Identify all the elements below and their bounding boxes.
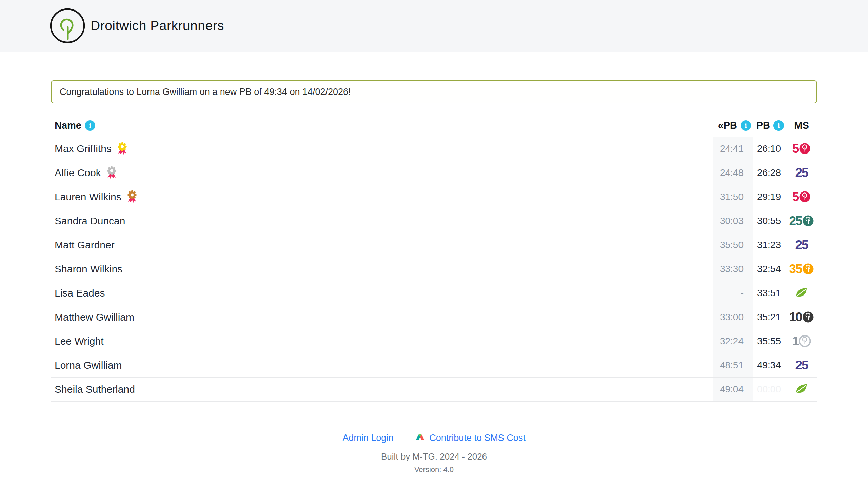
page-title: Droitwich Parkrunners	[91, 18, 224, 33]
version-text: Version: 4.0	[51, 465, 817, 474]
pb-time: 32:54	[753, 257, 786, 281]
milestone-badge	[795, 383, 808, 394]
prev-pb-time: -	[713, 281, 753, 305]
prev-pb-time: 33:30	[713, 257, 753, 281]
runner-rows: Max Griffiths24:4126:105Alfie Cook24:482…	[51, 137, 817, 401]
runner-name: Matthew Gwilliam	[55, 311, 134, 323]
prev-pb-time: 33:00	[713, 305, 753, 329]
gold-medal-icon	[117, 142, 127, 155]
prev-pb-time: 49:04	[713, 377, 753, 401]
table-row: Matthew Gwilliam33:0035:2110	[51, 305, 817, 329]
milestone-badge: 5	[792, 142, 811, 155]
contribute-sms-link[interactable]: Contribute to SMS Cost	[415, 433, 526, 443]
table-row: Alfie Cook24:4826:2825	[51, 161, 817, 185]
congratulations-banner: Congratulations to Lorna Gwilliam on a n…	[51, 80, 817, 103]
leaf-icon	[795, 383, 808, 394]
runner-name: Max Griffiths	[55, 143, 112, 155]
table-row: Lauren Wilkins31:5029:195	[51, 185, 817, 209]
milestone-disc-icon	[802, 311, 814, 323]
banner-text: Congratulations to Lorna Gwilliam on a n…	[60, 87, 351, 97]
pb-time: 33:51	[753, 281, 786, 305]
milestone-disc-icon	[799, 191, 811, 203]
runner-name: Matt Gardner	[55, 239, 115, 251]
table-row: Lorna Gwilliam48:5149:3425	[51, 353, 817, 377]
prev-pb-time: 35:50	[713, 233, 753, 257]
prev-pb-info-icon[interactable]: i	[741, 120, 751, 131]
runners-table: Namei «PBi PBi MS Max Griffiths24:4126:1…	[51, 115, 817, 402]
top-header-bar: Droitwich Parkrunners	[0, 0, 868, 52]
runner-name: Lee Wright	[55, 336, 104, 347]
milestone-disc-icon	[802, 215, 814, 227]
pb-info-icon[interactable]: i	[773, 120, 784, 131]
runner-name: Lauren Wilkins	[55, 191, 121, 203]
milestone-badge: 5	[792, 190, 811, 203]
prev-pb-time: 30:03	[713, 209, 753, 233]
runner-name: Lisa Eades	[55, 287, 105, 299]
milestone-badge: 25	[789, 215, 814, 227]
milestone-badge: 25	[795, 359, 808, 371]
prev-pb-time: 24:48	[713, 161, 753, 185]
runner-name: Sheila Sutherland	[55, 384, 135, 395]
prev-pb-time: 48:51	[713, 353, 753, 377]
milestone-disc-icon	[802, 263, 814, 275]
name-info-icon[interactable]: i	[85, 120, 95, 131]
prev-pb-time: 31:50	[713, 185, 753, 209]
prev-pb-time: 24:41	[713, 137, 753, 161]
prev-pb-time: 32:24	[713, 329, 753, 353]
admin-login-link[interactable]: Admin Login	[342, 433, 393, 443]
pb-time: 35:55	[753, 329, 786, 353]
pb-time: 29:19	[753, 185, 786, 209]
monzo-icon	[415, 433, 425, 443]
runner-name: Sharon Wilkins	[55, 263, 122, 275]
table-row: Max Griffiths24:4126:105	[51, 137, 817, 161]
table-row: Sharon Wilkins33:3032:5435	[51, 257, 817, 281]
column-header-pb: PB	[756, 120, 770, 131]
milestone-disc-icon	[799, 143, 811, 155]
milestone-badge: 35	[789, 263, 814, 275]
built-by-text: Built by M-TG. 2024 - 2026	[51, 451, 817, 462]
pb-time: 49:34	[753, 353, 786, 377]
runner-name: Sandra Duncan	[55, 215, 125, 227]
silver-medal-icon	[106, 166, 117, 179]
table-row: Sheila Sutherland49:0400:00	[51, 377, 817, 401]
table-row: Matt Gardner35:5031:2325	[51, 233, 817, 257]
milestone-badge: 25	[795, 239, 808, 251]
pb-time: 30:55	[753, 209, 786, 233]
pb-time: 31:23	[753, 233, 786, 257]
column-header-ms: MS	[794, 120, 809, 131]
table-header-row: Namei «PBi PBi MS	[51, 115, 817, 137]
milestone-badge: 1	[792, 335, 811, 347]
table-row: Sandra Duncan30:0330:5525	[51, 209, 817, 233]
bronze-medal-icon	[127, 190, 137, 203]
table-row: Lee Wright32:2435:551	[51, 329, 817, 353]
pb-time: 35:21	[753, 305, 786, 329]
milestone-disc-icon	[799, 335, 811, 347]
column-header-prev-pb: «PB	[718, 120, 737, 131]
runner-name: Alfie Cook	[55, 167, 101, 179]
column-header-name: Name	[55, 120, 81, 131]
table-row: Lisa Eades-33:51	[51, 281, 817, 305]
runner-name: Lorna Gwilliam	[55, 360, 122, 371]
milestone-badge: 25	[795, 166, 808, 179]
pb-time: 26:10	[753, 137, 786, 161]
milestone-badge	[795, 287, 808, 298]
footer: Admin Login Contribute to SMS Cost Built…	[51, 433, 817, 474]
parkrun-tree-logo-icon	[49, 7, 86, 44]
leaf-icon	[795, 287, 808, 298]
milestone-badge: 10	[789, 311, 814, 323]
pb-time: 26:28	[753, 161, 786, 185]
pb-time: 00:00	[753, 377, 786, 401]
